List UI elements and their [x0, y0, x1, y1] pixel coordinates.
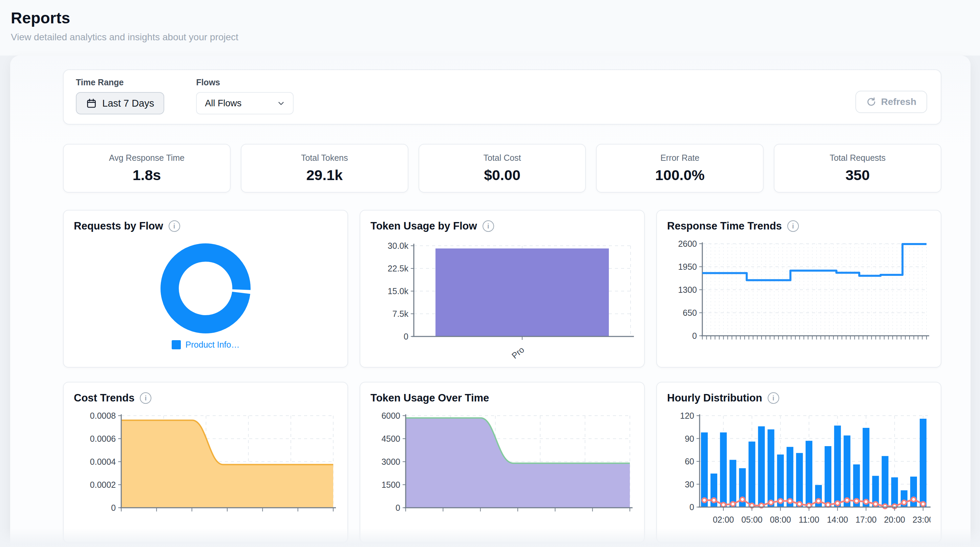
flows-group: Flows All Flows: [196, 78, 294, 114]
svg-text:0: 0: [689, 502, 694, 512]
refresh-button[interactable]: Refresh: [855, 91, 927, 113]
stat-value: 1.8s: [133, 167, 161, 183]
svg-text:90: 90: [685, 434, 694, 444]
stat-label: Total Requests: [830, 153, 886, 163]
flows-select[interactable]: All Flows: [196, 92, 294, 114]
page-header: Reports View detailed analytics and insi…: [0, 0, 980, 56]
svg-text:0.0002: 0.0002: [90, 480, 116, 490]
info-icon[interactable]: i: [482, 220, 494, 232]
chart-card-hourly-distribution: Hourly Distribution i 030609012002:0005:…: [656, 382, 942, 543]
time-range-group: Time Range Last 7 Days: [76, 78, 164, 114]
svg-text:11:00: 11:00: [799, 515, 819, 524]
stat-value: 100.0%: [655, 167, 705, 183]
svg-text:22.5k: 22.5k: [388, 264, 409, 273]
response-time-trends-line-chart: 0650130019502600: [667, 238, 931, 353]
info-icon[interactable]: i: [169, 220, 180, 232]
svg-text:15.0k: 15.0k: [388, 286, 409, 296]
svg-text:1300: 1300: [678, 285, 697, 294]
time-range-value: Last 7 Days: [102, 98, 154, 109]
stat-label: Error Rate: [660, 153, 699, 163]
charts-row-2: Cost Trends i 00.00020.00040.00060.0008 …: [63, 382, 942, 543]
svg-text:4500: 4500: [381, 434, 400, 444]
stat-card-total-requests: Total Requests 350: [774, 144, 942, 192]
page-subtitle: View detailed analytics and insights abo…: [11, 32, 239, 43]
token-usage-by-flow-bar-chart: 07.5k15.0k22.5k30.0kPro: [371, 238, 634, 360]
svg-text:02:00: 02:00: [713, 515, 734, 524]
svg-text:1950: 1950: [678, 262, 697, 272]
chart-title: Requests by Flow: [74, 220, 163, 232]
stat-value: 29.1k: [306, 167, 343, 183]
chart-card-token-usage-by-flow: Token Usage by Flow i 07.5k15.0k22.5k30.…: [360, 210, 645, 367]
svg-text:17:00: 17:00: [855, 515, 877, 524]
chevron-down-icon: [277, 99, 285, 108]
legend-swatch: [172, 340, 181, 349]
info-icon[interactable]: i: [140, 392, 151, 404]
calendar-icon: [86, 98, 97, 109]
stat-card-total-tokens: Total Tokens 29.1k: [241, 144, 408, 192]
time-range-label: Time Range: [76, 78, 164, 87]
svg-text:0: 0: [404, 332, 408, 341]
main-panel: Time Range Last 7 Days Flows All Flows: [10, 56, 970, 547]
info-icon[interactable]: i: [788, 220, 799, 232]
svg-text:1500: 1500: [381, 480, 400, 490]
refresh-icon: [866, 97, 877, 107]
svg-text:20:00: 20:00: [884, 515, 905, 524]
svg-text:0: 0: [692, 331, 697, 340]
hourly-distribution-bar-chart: 030609012002:0005:0008:0011:0014:0017:00…: [667, 410, 931, 536]
svg-text:23:00: 23:00: [913, 515, 931, 524]
charts-row-1: Requests by Flow i Product Info… Token U…: [63, 210, 942, 367]
stat-value: 350: [846, 167, 870, 183]
chart-title: Response Time Trends: [667, 220, 782, 232]
svg-text:Pro: Pro: [510, 345, 526, 360]
time-range-button[interactable]: Last 7 Days: [76, 92, 164, 114]
svg-text:30.0k: 30.0k: [388, 241, 409, 250]
stat-label: Total Tokens: [301, 153, 348, 163]
filter-bar: Time Range Last 7 Days Flows All Flows: [63, 69, 942, 124]
svg-text:0: 0: [111, 503, 116, 512]
chart-card-token-usage-over-time: Token Usage Over Time 01500300045006000: [360, 382, 645, 543]
svg-text:650: 650: [682, 308, 697, 318]
page-title: Reports: [11, 9, 70, 27]
token-usage-over-time-area-chart: 01500300045006000: [371, 410, 634, 525]
svg-text:60: 60: [685, 456, 694, 466]
svg-text:08:00: 08:00: [770, 515, 791, 524]
info-icon[interactable]: i: [768, 392, 779, 404]
svg-text:0: 0: [396, 503, 400, 512]
requests-by-flow-donut-chart: [74, 238, 337, 337]
svg-text:05:00: 05:00: [741, 515, 763, 524]
chart-title: Token Usage Over Time: [371, 392, 489, 404]
stat-value: $0.00: [484, 167, 520, 183]
svg-text:6000: 6000: [381, 411, 400, 420]
chart-title: Cost Trends: [74, 392, 134, 404]
stat-card-total-cost: Total Cost $0.00: [418, 144, 586, 192]
chart-title: Hourly Distribution: [667, 392, 762, 404]
svg-text:0.0006: 0.0006: [90, 434, 116, 444]
flows-select-value: All Flows: [205, 98, 242, 109]
chart-card-requests-by-flow: Requests by Flow i Product Info…: [63, 210, 348, 367]
svg-text:3000: 3000: [381, 457, 400, 466]
stat-card-error-rate: Error Rate 100.0%: [596, 144, 764, 192]
chart-card-cost-trends: Cost Trends i 00.00020.00040.00060.0008: [63, 382, 348, 543]
svg-text:120: 120: [680, 411, 694, 420]
refresh-label: Refresh: [881, 97, 916, 107]
svg-text:0.0004: 0.0004: [90, 457, 116, 466]
stat-card-avg-response-time: Avg Response Time 1.8s: [63, 144, 231, 192]
stat-label: Total Cost: [483, 153, 521, 163]
stat-label: Avg Response Time: [109, 153, 185, 163]
flows-label: Flows: [196, 78, 294, 87]
chart-card-response-time-trends: Response Time Trends i 0650130019502600: [656, 210, 942, 367]
legend-label: Product Info…: [186, 340, 240, 350]
stats-row: Avg Response Time 1.8s Total Tokens 29.1…: [63, 144, 942, 192]
svg-text:2600: 2600: [678, 239, 697, 248]
svg-text:7.5k: 7.5k: [393, 309, 409, 318]
cost-trends-area-chart: 00.00020.00040.00060.0008: [74, 410, 337, 525]
svg-text:14:00: 14:00: [827, 515, 848, 524]
svg-text:0.0008: 0.0008: [90, 411, 116, 420]
chart-title: Token Usage by Flow: [371, 220, 477, 232]
chart-legend[interactable]: Product Info…: [74, 340, 337, 350]
svg-text:30: 30: [685, 480, 694, 489]
